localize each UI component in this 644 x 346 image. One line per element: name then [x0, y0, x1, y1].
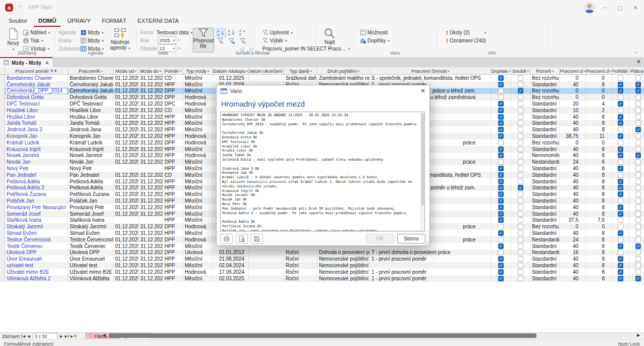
checkbox[interactable] — [635, 224, 641, 229]
sort-asc-button[interactable]: AZ — [216, 28, 226, 37]
checkbox[interactable] — [518, 75, 523, 81]
cell[interactable]: Zaměstnání malého rozsahu — [317, 75, 370, 81]
close-all-tabs-icon[interactable]: ✕ — [636, 59, 641, 65]
checkbox-cell[interactable] — [511, 269, 530, 275]
checkbox[interactable]: ✓ — [498, 172, 504, 178]
cell[interactable]: 31.12.2025 — [139, 223, 163, 230]
cell[interactable]: 1 - první pracovní poměr — [370, 275, 491, 282]
checkbox-cell[interactable]: ✓ — [511, 185, 530, 191]
cell[interactable]: 40 — [560, 172, 586, 178]
column-header[interactable]: Poměr▾ — [163, 67, 183, 74]
cell[interactable]: Standardní — [530, 133, 560, 139]
cell[interactable]: 31.12.2025 — [139, 114, 163, 120]
cell[interactable]: Standardní — [530, 146, 560, 153]
cell[interactable]: Uživatel mimo B2E — [5, 269, 68, 275]
checkbox[interactable] — [518, 230, 523, 236]
cell[interactable]: Měsíční — [183, 146, 212, 153]
cell[interactable]: Novák Jan — [5, 159, 68, 165]
cell[interactable]: 20 — [560, 101, 586, 107]
cell[interactable]: Měsíční — [183, 243, 212, 250]
cell[interactable]: Konopník Jan — [5, 133, 68, 139]
checkbox-cell[interactable]: ✓ — [491, 230, 511, 236]
checkbox[interactable] — [498, 88, 504, 93]
cell[interactable]: 31.12.2025 — [139, 262, 163, 269]
tasks-button[interactable]: ! Úkoly (2)▾ — [446, 29, 486, 36]
checkbox[interactable]: ✓ — [498, 191, 504, 197]
cell[interactable]: Poláček Jan — [5, 197, 68, 204]
cell[interactable]: 8 — [586, 275, 612, 282]
cell[interactable]: 0 — [586, 88, 612, 94]
checkbox[interactable]: ✓ — [618, 263, 623, 268]
checkbox[interactable]: ✓ — [498, 217, 504, 223]
cell[interactable] — [139, 217, 163, 224]
cell[interactable]: Krausová Ingrit — [5, 146, 68, 153]
cell[interactable]: Bez rozvrhu — [530, 94, 560, 101]
cell[interactable]: DPP — [163, 88, 183, 94]
last-record-button[interactable]: ▶ — [64, 334, 69, 338]
cell[interactable]: Bez rozvrhu — [530, 223, 560, 230]
checkbox-cell[interactable]: ✓ — [612, 178, 629, 185]
checkbox-cell[interactable]: ✓ — [629, 153, 644, 159]
checkbox-cell[interactable] — [629, 250, 644, 256]
cell[interactable]: 31.12.2025 — [139, 250, 163, 256]
cell[interactable]: 8 — [586, 114, 612, 120]
table-row[interactable]: Uživatel mimo B2EUživatel mimo B2E01.12.… — [0, 269, 644, 275]
cell[interactable]: 40 — [560, 243, 586, 250]
checkbox[interactable] — [518, 153, 523, 158]
checkbox[interactable] — [518, 256, 523, 262]
cell[interactable]: 0 — [560, 94, 586, 101]
checkbox-cell[interactable]: ✓ — [612, 88, 629, 94]
row-selector[interactable] — [0, 101, 5, 107]
checkbox-cell[interactable]: ✓ — [491, 81, 511, 88]
checkbox[interactable]: ✓ — [618, 191, 623, 197]
cell[interactable]: HPP — [163, 191, 183, 197]
minimize-button[interactable]: ─ — [599, 3, 612, 12]
cell[interactable]: Petříková Zuzana — [68, 191, 114, 197]
cell[interactable]: Nestandardní — [530, 236, 560, 243]
remove-sort-button[interactable]: AZ — [238, 28, 247, 36]
row-selector[interactable] — [0, 114, 5, 120]
checkbox-cell[interactable] — [511, 256, 530, 262]
checkbox[interactable]: ✓ — [518, 185, 523, 190]
cell[interactable]: 01.01.2012 — [212, 250, 249, 256]
cell[interactable]: Roční — [284, 275, 317, 282]
cell[interactable]: 01.12.2025 — [114, 75, 139, 81]
checkbox[interactable] — [635, 166, 641, 171]
row-selector[interactable] — [0, 146, 5, 153]
cell[interactable]: 31.12.2025 — [139, 126, 163, 133]
cell[interactable]: Standardní — [530, 165, 560, 172]
cell[interactable]: Staňková Ivana — [5, 217, 68, 224]
cell[interactable]: Standardní — [530, 256, 560, 262]
checkbox-cell[interactable]: ✓ — [491, 211, 511, 217]
checkbox-cell[interactable]: ✓ — [491, 256, 511, 262]
checkbox-cell[interactable]: ✓ — [491, 101, 511, 107]
header-dropdown-icon[interactable]: ▾ — [159, 69, 161, 73]
checkbox[interactable] — [635, 133, 641, 139]
cell[interactable]: 31.12.2025 — [139, 243, 163, 250]
row-selector[interactable] — [0, 178, 5, 185]
cell[interactable]: Standardní — [530, 217, 560, 224]
cell[interactable]: 31.12.2025 — [139, 197, 163, 204]
cell[interactable]: 01.12.2025 — [114, 114, 139, 120]
cell[interactable]: HPP — [163, 243, 183, 250]
cell[interactable]: Pešková Adéla — [5, 178, 68, 185]
cell[interactable]: Pešková Adéla — [68, 185, 114, 191]
cell[interactable]: 31.12.2025 — [139, 88, 163, 94]
checkbox[interactable] — [635, 230, 641, 236]
checkbox-cell[interactable]: ✓ — [612, 204, 629, 211]
cell[interactable]: DPČ Testovací — [5, 101, 68, 107]
cell[interactable]: Měsíční — [183, 114, 212, 120]
cell[interactable]: 17.06.2024 — [212, 269, 249, 275]
checkbox-cell[interactable] — [491, 159, 511, 165]
row-selector[interactable] — [0, 94, 5, 101]
checkbox-cell[interactable] — [511, 197, 530, 204]
cell[interactable]: 31.12.2025 — [139, 133, 163, 139]
cell[interactable]: Hodinová — [183, 101, 212, 107]
cell[interactable]: Provázaný Petr — [68, 204, 114, 211]
checkbox[interactable] — [618, 94, 623, 100]
cell[interactable]: Vilímková Alžběta — [68, 275, 114, 282]
cell[interactable]: Uživatel mimo B2E — [68, 269, 114, 275]
sort-desc-button[interactable]: ZA — [227, 28, 236, 36]
checkbox[interactable]: ✓ — [498, 256, 504, 262]
cell[interactable]: Nový Petr — [5, 165, 68, 172]
